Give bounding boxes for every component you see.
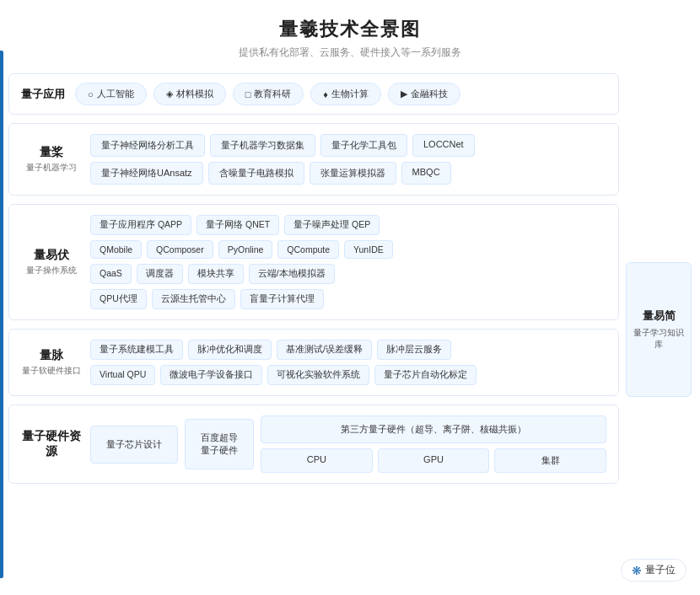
liang-mai-row2: Virtual QPU 微波电子学设备接口 可视化实验软件系统 量子芯片自动化标…	[90, 365, 606, 385]
chip-microwave-interface[interactable]: 微波电子学设备接口	[160, 365, 262, 385]
chip-virtual-qpu[interactable]: Virtual QPU	[90, 365, 155, 385]
materials-icon: ◈	[166, 88, 173, 99]
chip-tensor-sim[interactable]: 张量运算模拟器	[310, 162, 396, 185]
logo-icon: ❋	[632, 564, 642, 577]
chip-qnet[interactable]: 量子网络 QNET	[197, 215, 279, 235]
right-sidebar: 量易简 量子学习知识库	[626, 262, 692, 397]
page-header: 量羲技术全景图 提供私有化部署、云服务、硬件接入等一系列服务	[0, 17, 700, 60]
chip-yunide[interactable]: YunIDE	[344, 240, 393, 259]
page-title: 量羲技术全景图	[0, 17, 700, 42]
chip-qchem-toolkit[interactable]: 量子化学工具包	[320, 134, 407, 157]
liang-yi-fu-sub: 量子操作系统	[26, 265, 77, 276]
liang-yi-fu-section: 量易伏 量子操作系统 量子应用程序 QAPP 量子网络 QNET 量子噪声处理 …	[8, 204, 619, 320]
app-tab-bio[interactable]: ♦ 生物计算	[310, 83, 381, 105]
chip-pyonline[interactable]: PyOnline	[218, 240, 273, 259]
right-sidebar-sub: 量子学习知识库	[631, 327, 687, 351]
liang-mai-content: 量子系统建模工具 脉冲优化和调度 基准测试/误差缓释 脉冲层云服务 Virtua…	[90, 340, 606, 385]
logo-badge: ❋ 量子位	[621, 559, 687, 582]
right-sidebar-title: 量易简	[643, 308, 676, 324]
hw-col-baidu: 百度超导 量子硬件	[185, 415, 254, 473]
hardware-label: 量子硬件资源	[21, 415, 82, 473]
app-tab-education-label: 教育科研	[254, 88, 291, 100]
liang-jiang-label: 量桨 量子机器学习	[21, 134, 82, 185]
ai-icon: ○	[88, 89, 94, 99]
main-layout: 量子应用 ○ 人工智能 ◈ 材料模拟 □ 教育科研 ♦ 生物计算	[0, 73, 700, 484]
bio-icon: ♦	[323, 89, 328, 99]
liang-jiang-sub: 量子机器学习	[26, 162, 77, 174]
app-tab-ai-label: 人工智能	[97, 88, 134, 100]
chip-qnn-analysis[interactable]: 量子神经网络分析工具	[90, 134, 205, 157]
chip-qep[interactable]: 量子噪声处理 QEP	[284, 215, 380, 235]
liang-yi-fu-name: 量易伏	[34, 248, 69, 263]
finance-icon: ▶	[401, 88, 407, 99]
chip-chip-calibration[interactable]: 量子芯片自动化标定	[374, 365, 477, 385]
liang-mai-row1: 量子系统建模工具 脉冲优化和调度 基准测试/误差缓释 脉冲层云服务	[90, 340, 606, 360]
app-tab-finance[interactable]: ▶ 金融科技	[388, 83, 460, 105]
chip-scheduler[interactable]: 调度器	[137, 264, 183, 284]
chip-qnn-uansatz[interactable]: 量子神经网络UAnsatz	[90, 162, 203, 185]
left-content: 量子应用 ○ 人工智能 ◈ 材料模拟 □ 教育科研 ♦ 生物计算	[8, 73, 619, 484]
liang-jiang-row1: 量子神经网络分析工具 量子机器学习数据集 量子化学工具包 LOCCNet	[90, 134, 606, 157]
liang-jiang-name: 量桨	[40, 145, 63, 160]
chip-blind-qc[interactable]: 盲量子计算代理	[240, 289, 324, 309]
chip-qpu-proxy[interactable]: QPU代理	[90, 289, 147, 309]
third-party-hw[interactable]: 第三方量子硬件（超导、离子阱、核磁共振）	[261, 415, 606, 443]
liang-jiang-content: 量子神经网络分析工具 量子机器学习数据集 量子化学工具包 LOCCNet 量子神…	[90, 134, 606, 185]
chip-pulse-cloud[interactable]: 脉冲层云服务	[377, 340, 451, 360]
liang-yi-fu-content: 量子应用程序 QAPP 量子网络 QNET 量子噪声处理 QEP QMobile…	[90, 215, 606, 309]
hw-col-third-party: 第三方量子硬件（超导、离子阱、核磁共振） CPU GPU 集群	[261, 415, 606, 473]
chip-cpu[interactable]: CPU	[261, 448, 373, 473]
chip-qsys-modeling[interactable]: 量子系统建模工具	[90, 340, 183, 360]
hardware-section: 量子硬件资源 量子芯片设计 百度超导 量子硬件 第三方量子硬件（超导、离子阱、核…	[8, 405, 619, 484]
apps-label: 量子应用	[21, 87, 65, 102]
logo-text: 量子位	[645, 563, 676, 577]
chip-gpu[interactable]: GPU	[378, 448, 490, 473]
chip-qapp[interactable]: 量子应用程序 QAPP	[90, 215, 191, 235]
chip-design[interactable]: 量子芯片设计	[90, 426, 178, 464]
chip-benchmark[interactable]: 基准测试/误差缓释	[277, 340, 372, 360]
chip-cloud-hosting[interactable]: 云源生托管中心	[152, 289, 235, 309]
liang-jiang-row2: 量子神经网络UAnsatz 含噪量子电路模拟 张量运算模拟器 MBQC	[90, 162, 606, 185]
app-tab-ai[interactable]: ○ 人工智能	[75, 83, 147, 105]
liang-mai-name: 量脉	[40, 348, 63, 363]
page-container: 量羲技术全景图 提供私有化部署、云服务、硬件接入等一系列服务 量子应用 ○ 人工…	[0, 0, 700, 595]
chip-noisy-circuit[interactable]: 含噪量子电路模拟	[208, 162, 304, 185]
chip-visual-exp[interactable]: 可视化实验软件系统	[267, 365, 369, 385]
chip-mbqc[interactable]: MBQC	[401, 162, 451, 185]
chip-loccnet[interactable]: LOCCNet	[412, 134, 475, 157]
chip-cluster[interactable]: 集群	[494, 448, 606, 473]
liang-mai-section: 量脉 量子软硬件接口 量子系统建模工具 脉冲优化和调度 基准测试/误差缓释 脉冲…	[8, 329, 619, 396]
chip-cloud-local-sim[interactable]: 云端/本地模拟器	[249, 264, 335, 284]
page-subtitle: 提供私有化部署、云服务、硬件接入等一系列服务	[0, 46, 700, 60]
apps-section: 量子应用 ○ 人工智能 ◈ 材料模拟 □ 教育科研 ♦ 生物计算	[8, 73, 619, 115]
hw-sub-chips-row: CPU GPU 集群	[261, 448, 606, 473]
hardware-name: 量子硬件资源	[21, 429, 82, 459]
chip-pulse-opt[interactable]: 脉冲优化和调度	[188, 340, 272, 360]
chip-qaas[interactable]: QaaS	[90, 264, 132, 284]
blue-border-accent	[0, 51, 3, 578]
education-icon: □	[245, 89, 251, 99]
chip-qcompute[interactable]: QCompute	[277, 240, 339, 259]
liang-yi-fu-row4: QPU代理 云源生托管中心 盲量子计算代理	[90, 289, 606, 309]
app-tab-materials[interactable]: ◈ 材料模拟	[153, 83, 226, 105]
app-tab-materials-label: 材料模拟	[176, 88, 213, 100]
chip-qcomposer[interactable]: QComposer	[147, 240, 213, 259]
liang-yi-fu-row3: QaaS 调度器 模块共享 云端/本地模拟器	[90, 264, 606, 284]
chip-qml-dataset[interactable]: 量子机器学习数据集	[210, 134, 315, 157]
app-tab-bio-label: 生物计算	[331, 88, 369, 100]
hardware-content: 量子芯片设计 百度超导 量子硬件 第三方量子硬件（超导、离子阱、核磁共振） CP…	[90, 415, 606, 473]
app-tab-finance-label: 金融科技	[411, 88, 448, 100]
hw-col-chip-design: 量子芯片设计	[90, 415, 178, 473]
chip-qmobile[interactable]: QMobile	[90, 240, 142, 259]
chip-module-share[interactable]: 模块共享	[188, 264, 244, 284]
liang-yi-fu-row1: 量子应用程序 QAPP 量子网络 QNET 量子噪声处理 QEP	[90, 215, 606, 235]
app-tab-education[interactable]: □ 教育科研	[233, 83, 304, 105]
liang-jiang-section: 量桨 量子机器学习 量子神经网络分析工具 量子机器学习数据集 量子化学工具包 L…	[8, 123, 619, 196]
baidu-hw-chip[interactable]: 百度超导 量子硬件	[185, 419, 254, 469]
liang-yi-fu-row2: QMobile QComposer PyOnline QCompute YunI…	[90, 240, 606, 259]
liang-mai-label: 量脉 量子软硬件接口	[21, 340, 82, 385]
liang-yi-fu-label: 量易伏 量子操作系统	[21, 215, 82, 309]
liang-mai-sub: 量子软硬件接口	[22, 365, 81, 377]
